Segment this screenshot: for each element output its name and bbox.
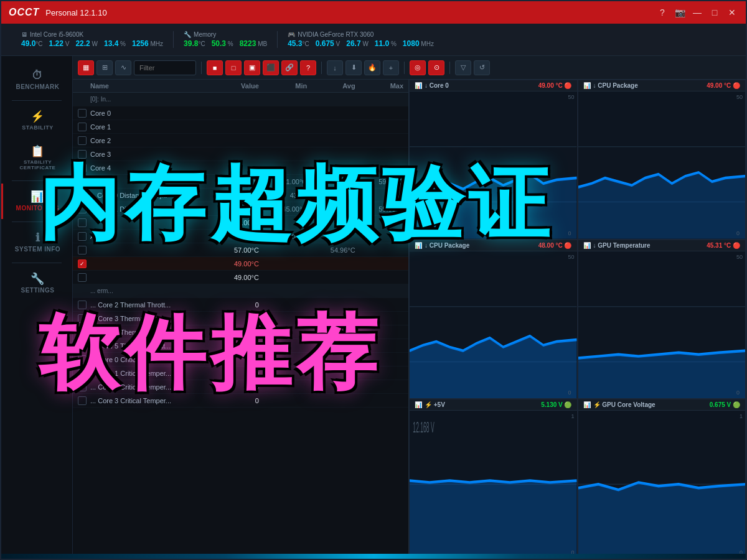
row-checkbox[interactable]: [78, 301, 87, 309]
settings-label: SETTINGS: [21, 287, 54, 294]
sidebar-item-settings[interactable]: 🔧 SETTINGS: [1, 266, 72, 301]
import-button[interactable]: ⬇: [345, 60, 362, 75]
row-checkbox[interactable]: [78, 273, 87, 282]
chart-value: 49.00 °C 🔴: [707, 82, 740, 89]
cpu-load: 13.4 %: [104, 39, 126, 48]
cpu-metrics: 49.0°C 1.22 V 22.2 W 13.4 % 1256 MHz: [21, 39, 163, 48]
view-list-button[interactable]: ▦: [78, 60, 94, 75]
cpu-temp: 49.0°C: [21, 39, 43, 48]
screenshot-button[interactable]: 📷: [674, 7, 686, 17]
cpu-power: 22.2 W: [75, 39, 98, 48]
memory-metrics: 39.8°C 50.3 % 8223 MB: [184, 39, 267, 48]
filter-input[interactable]: [134, 60, 196, 75]
row-checkbox[interactable]: [78, 177, 87, 186]
charts-panel: 📊 ↓ Core 0 49.00 °C 🔴: [409, 80, 746, 559]
sidebar-item-benchmark[interactable]: ⏱ BENCHMARK: [1, 62, 72, 98]
row-checkbox[interactable]: [78, 246, 87, 254]
cpu-voltage: 1.22 V: [49, 39, 70, 48]
row-checkbox[interactable]: [78, 259, 87, 268]
row-checkbox[interactable]: [78, 314, 87, 323]
table-body: [0]: In... Core 0: [73, 93, 408, 559]
row-max: 59.00°C: [355, 205, 403, 213]
separator-2: [321, 62, 322, 74]
row-checkbox[interactable]: [78, 136, 87, 145]
cpu-label: 🖥 Intel Core i5-9600K: [21, 31, 163, 38]
chart-scale: 1 0: [740, 413, 743, 556]
refresh-button[interactable]: ↺: [474, 60, 490, 75]
app-version: Personal 12.1.10: [45, 8, 656, 17]
view-chart-button[interactable]: ∿: [115, 60, 131, 75]
chart-header: 📊 ⚡ +5V 5.130 V 🟢: [410, 399, 577, 411]
benchmark-label: BENCHMARK: [16, 83, 59, 90]
circle-btn-1[interactable]: ◎: [410, 60, 426, 75]
row-checkbox[interactable]: [78, 342, 87, 350]
memory-section: 🔧 Memory 39.8°C 50.3 % 8223 MB: [174, 31, 278, 48]
close-button[interactable]: ✕: [726, 7, 738, 17]
export-button[interactable]: ↓: [327, 60, 343, 75]
row-checkbox[interactable]: [78, 232, 87, 241]
row-checkbox[interactable]: [78, 396, 87, 405]
separator-3: [404, 62, 405, 74]
row-name: Core 5: [90, 178, 210, 185]
row-checkbox[interactable]: [78, 383, 87, 391]
chart-body: 50 0: [410, 91, 577, 239]
row-checkbox[interactable]: [78, 205, 87, 213]
row-name: Core 1: [90, 123, 210, 131]
gpu-metrics: 45.3°C 0.675 V 26.7 W 11.0 % 1080 MHz: [288, 39, 434, 48]
table-row: ... erm...: [73, 284, 408, 298]
cpu-freq: 1256 MHz: [132, 39, 163, 48]
chart-cpu-package-2: 📊 ↓ CPU Package 48.00 °C 🔴: [409, 240, 578, 399]
chart-gpu-voltage: 📊 ⚡ GPU Core Voltage 0.675 V 🟢: [578, 399, 746, 559]
row-checkbox[interactable]: [78, 123, 87, 131]
row-name: ... Core 2 Critical Temper...: [90, 383, 210, 391]
red-btn-2[interactable]: □: [225, 60, 242, 75]
table-row: ... Core 2 Thermal Thrott... 0: [73, 298, 408, 312]
chart-scale: 50 0: [736, 94, 743, 236]
row-checkbox[interactable]: [78, 191, 87, 200]
red-btn-5[interactable]: 🔗: [281, 60, 298, 75]
row-checkbox[interactable]: [78, 150, 87, 159]
maximize-button[interactable]: □: [708, 7, 721, 17]
sidebar-divider-2: [12, 180, 62, 181]
sidebar-item-sysinfo[interactable]: ℹ SYSTEM INFO: [1, 225, 72, 260]
row-checkbox[interactable]: [78, 328, 87, 337]
red-btn-6[interactable]: ?: [300, 60, 316, 75]
row-val: 0: [210, 315, 258, 322]
sidebar-item-cert[interactable]: 📋 STABILITY CERTIFICATE: [1, 138, 72, 178]
red-btn-1[interactable]: ■: [207, 60, 223, 75]
chart-scale: 50 0: [568, 254, 574, 396]
row-checkbox[interactable]: [78, 164, 87, 172]
minimize-button[interactable]: —: [691, 7, 703, 17]
row-checkbox[interactable]: [78, 355, 87, 364]
view-grid-button[interactable]: ⊞: [96, 60, 113, 75]
row-name: Core 2: [90, 137, 210, 144]
row-val: 0: [210, 329, 258, 336]
row-val: 51.00: [210, 192, 258, 199]
row-max: 59.00°C: [355, 178, 403, 185]
fire-button[interactable]: 🔥: [364, 60, 380, 75]
table-row: Core 4: [73, 161, 408, 175]
sidebar-item-monitoring[interactable]: 📊 MONITORING: [1, 184, 72, 219]
circle-btn-2[interactable]: ⊙: [428, 60, 444, 75]
table-row: ... Core 1 Critical Temper... 0: [73, 366, 408, 380]
chart-5v: 📊 ⚡ +5V 5.130 V 🟢 12.168 V: [409, 399, 578, 559]
help-button[interactable]: ?: [656, 7, 669, 17]
row-name: ... Core 1 Critical Temper...: [90, 370, 210, 377]
filter-button[interactable]: ▽: [455, 60, 471, 75]
row-checkbox[interactable]: [78, 369, 87, 378]
row-name: ... Core 0 Critical Temper...: [90, 356, 210, 363]
row-val: 49.00°C: [210, 260, 258, 268]
add-button[interactable]: +: [383, 60, 399, 75]
chart-body: 50 0: [578, 91, 746, 239]
red-btn-3[interactable]: ▣: [244, 60, 260, 75]
mem-load: 50.3 %: [212, 39, 233, 48]
sidebar-item-stability[interactable]: ⚡ STABILITY: [1, 103, 72, 138]
row-checkbox[interactable]: [78, 109, 87, 118]
table-row: ↓ Core 0 Distance to Tj... 51.00 43.00 5…: [73, 189, 408, 202]
gpu-freq: 1080 MHz: [403, 39, 434, 48]
red-btn-4[interactable]: ⬛: [263, 60, 279, 75]
chart-header: 📊 ⚡ GPU Core Voltage 0.675 V 🟢: [578, 399, 746, 411]
title-bar: OCCT Personal 12.1.10 ? 📷 — □ ✕: [1, 1, 746, 24]
row-checkbox[interactable]: [78, 218, 87, 227]
cpu-section: 🖥 Intel Core i5-9600K 49.0°C 1.22 V 22.2…: [11, 31, 174, 48]
